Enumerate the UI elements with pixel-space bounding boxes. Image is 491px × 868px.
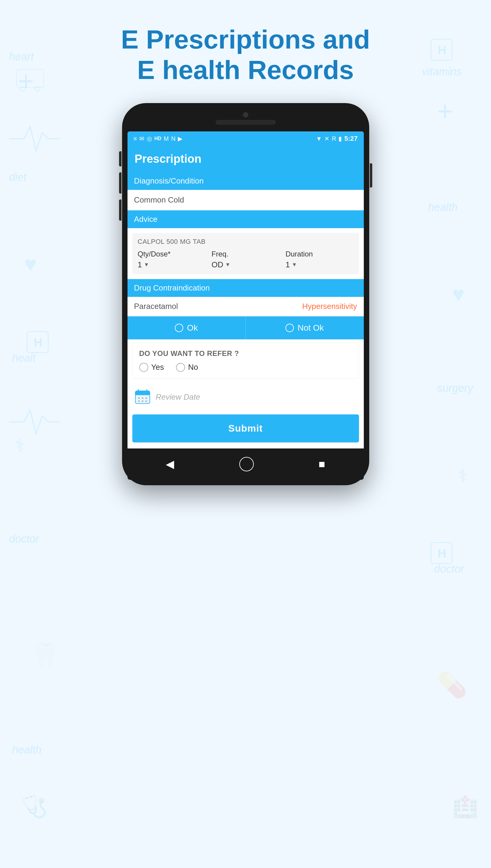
ok-button[interactable]: Ok — [127, 317, 246, 339]
nav-home-button[interactable] — [239, 457, 254, 471]
nav-bar: ◀ ■ — [127, 448, 364, 480]
freq-label: Freq. — [211, 250, 280, 258]
refer-section: DO YOU WANT TO REFER ? Yes No — [132, 342, 359, 379]
review-date-section[interactable]: Review Date — [127, 382, 364, 412]
drug-contraindication-section: Drug Contraindication Paracetamol Hypers… — [127, 279, 364, 339]
status-icon-email: ✉ — [139, 135, 144, 142]
not-ok-button[interactable]: Not Ok — [246, 317, 364, 339]
medicine-name: CALPOL 500 MG TAB — [138, 238, 353, 246]
svg-point-38 — [145, 400, 147, 402]
signal-icon: ✕ — [324, 135, 329, 142]
phone-screen: ≡ ✉ ◎ HD M N ▶ ▼ ✕ R ▮ 5:27 Presc — [127, 131, 364, 480]
svg-point-34 — [142, 397, 143, 399]
drug-field: Paracetamol Hypersensitivity — [127, 297, 364, 316]
phone-frame: ≡ ✉ ◎ HD M N ▶ ▼ ✕ R ▮ 5:27 Presc — [122, 103, 369, 485]
battery-icon: ▮ — [339, 135, 342, 142]
nav-home-circle — [239, 457, 254, 471]
svg-point-33 — [138, 397, 140, 399]
medicine-card: CALPOL 500 MG TAB Qty/Dose* 1 ▼ Freq. — [132, 233, 359, 274]
ok-label: Ok — [187, 323, 198, 333]
refer-options: Yes No — [139, 363, 352, 372]
freq-field: Freq. OD ▼ — [211, 250, 280, 269]
diagnosis-header: Diagnosis/Condition — [127, 172, 364, 190]
advice-section: Advice CALPOL 500 MG TAB Qty/Dose* 1 ▼ — [127, 210, 364, 274]
duration-field: Duration 1 ▼ — [285, 250, 353, 269]
power-button — [370, 163, 372, 187]
diagnosis-section: Diagnosis/Condition Common Cold — [127, 172, 364, 210]
svg-point-36 — [138, 400, 140, 402]
page-title: E Prescriptions and E health Records — [12, 24, 479, 85]
nav-recent-button[interactable]: ■ — [319, 458, 325, 471]
nav-back-icon: ◀ — [166, 458, 174, 470]
status-icon-n: N — [171, 135, 175, 142]
nav-back-button[interactable]: ◀ — [166, 458, 174, 471]
silent-button — [119, 200, 121, 220]
app-bar-title: Prescription — [135, 152, 202, 165]
submit-button[interactable]: Submit — [132, 414, 359, 443]
refer-no-radio[interactable] — [176, 363, 185, 372]
screen-content: Diagnosis/Condition Common Cold Advice C… — [127, 172, 364, 448]
status-icon-play: ▶ — [178, 135, 182, 142]
qty-label: Qty/Dose* — [138, 250, 206, 258]
status-icons-left: ≡ ✉ ◎ HD M N ▶ — [134, 135, 183, 142]
phone-camera — [243, 112, 248, 118]
not-ok-radio — [285, 324, 294, 332]
phone-speaker — [215, 120, 276, 125]
volume-up-button — [119, 151, 121, 167]
status-icon-chrome: ◎ — [147, 135, 152, 142]
phone-wrapper: ≡ ✉ ◎ HD M N ▶ ▼ ✕ R ▮ 5:27 Presc — [0, 103, 491, 509]
phone-top — [127, 112, 364, 128]
ok-radio — [175, 324, 183, 332]
diagnosis-value[interactable]: Common Cold — [127, 190, 364, 210]
qty-field: Qty/Dose* 1 ▼ — [138, 250, 206, 269]
status-icons-right: ▼ ✕ R ▮ 5:27 — [316, 135, 357, 143]
refer-yes-radio[interactable] — [139, 363, 148, 372]
status-icon-m: M — [164, 135, 169, 142]
wifi-icon: ▼ — [316, 135, 322, 142]
refer-no-label: No — [188, 363, 198, 372]
status-time: 5:27 — [344, 135, 357, 143]
drug-name: Paracetamol — [134, 302, 178, 311]
svg-rect-30 — [135, 393, 150, 395]
status-icon-menu: ≡ — [134, 135, 137, 142]
freq-dropdown-arrow: ▼ — [225, 262, 231, 268]
page-header: E Prescriptions and E health Records — [0, 0, 491, 103]
drug-contraindication-header: Drug Contraindication — [127, 279, 364, 297]
app-bar: Prescription — [127, 146, 364, 172]
refer-yes-label: Yes — [151, 363, 164, 372]
svg-point-37 — [142, 400, 143, 402]
medicine-fields: Qty/Dose* 1 ▼ Freq. OD ▼ — [138, 250, 353, 269]
refer-title: DO YOU WANT TO REFER ? — [139, 349, 352, 358]
freq-value[interactable]: OD ▼ — [211, 260, 280, 269]
qty-value[interactable]: 1 ▼ — [138, 260, 206, 269]
duration-dropdown-arrow: ▼ — [292, 262, 297, 268]
nav-recent-icon: ■ — [319, 458, 325, 470]
svg-point-35 — [145, 397, 147, 399]
status-bar: ≡ ✉ ◎ HD M N ▶ ▼ ✕ R ▮ 5:27 — [127, 131, 364, 146]
review-date-label: Review Date — [156, 392, 200, 402]
not-ok-label: Not Ok — [297, 323, 324, 333]
qty-dropdown-arrow: ▼ — [144, 262, 149, 268]
calendar-icon — [134, 388, 151, 406]
duration-label: Duration — [285, 250, 353, 258]
volume-down-button — [119, 172, 121, 193]
status-icon-hd: HD — [154, 136, 161, 141]
refer-yes-option[interactable]: Yes — [139, 363, 164, 372]
drug-status: Hypersensitivity — [302, 302, 357, 311]
ok-buttons-row: Ok Not Ok — [127, 316, 364, 339]
duration-value[interactable]: 1 ▼ — [285, 260, 353, 269]
refer-no-option[interactable]: No — [176, 363, 198, 372]
advice-header: Advice — [127, 210, 364, 228]
network-type: R — [332, 135, 336, 142]
